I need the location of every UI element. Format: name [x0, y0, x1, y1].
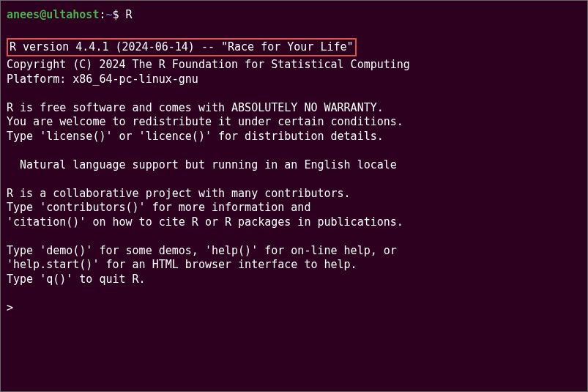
platform-line: Platform: x86_64-pc-linux-gnu	[7, 73, 581, 87]
version-line: R version 4.4.1 (2024-06-14) -- "Race fo…	[10, 40, 354, 55]
collab-line-3: 'citation()' on how to cite R or R packa…	[7, 215, 581, 230]
warranty-line-1: R is free software and comes with ABSOLU…	[7, 101, 581, 116]
blank-line	[7, 172, 581, 187]
warranty-line-2: You are welcome to redistribute it under…	[7, 115, 581, 130]
blank-line	[7, 286, 581, 301]
blank-line	[7, 229, 581, 244]
r-startup-output: R version 4.4.1 (2024-06-14) -- "Race fo…	[7, 25, 581, 316]
help-line-3: Type 'q()' to quit R.	[7, 273, 581, 287]
help-line-2: 'help.start()' for an HTML browser inter…	[7, 258, 581, 273]
natlang-line: Natural language support but running in …	[7, 158, 581, 173]
shell-prompt-line[interactable]: anees@ultahost:~$ R	[7, 8, 581, 23]
prompt-dollar: $	[113, 8, 126, 21]
collab-line-1: R is a collaborative project with many c…	[7, 187, 581, 201]
copyright-line: Copyright (C) 2024 The R Foundation for …	[7, 58, 581, 73]
version-highlight-box: R version 4.4.1 (2024-06-14) -- "Race fo…	[7, 38, 357, 57]
r-prompt[interactable]: >	[7, 301, 581, 316]
blank-line	[7, 144, 581, 158]
prompt-path: ~	[105, 8, 112, 21]
command-text: R	[126, 8, 133, 21]
collab-line-2: Type 'contributors()' for more informati…	[7, 201, 581, 215]
help-line-1: Type 'demo()' for some demos, 'help()' f…	[7, 244, 581, 259]
user-host: anees@ultahost	[7, 8, 99, 21]
blank-line	[7, 86, 581, 101]
warranty-line-3: Type 'license()' or 'licence()' for dist…	[7, 130, 581, 144]
